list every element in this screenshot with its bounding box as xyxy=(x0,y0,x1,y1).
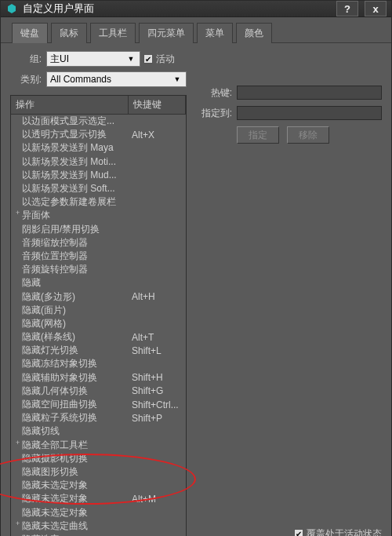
list-item-action: 隐藏几何体切换 xyxy=(14,385,129,398)
list-item[interactable]: 隐藏几何体切换Shift+G xyxy=(11,385,186,398)
assign-button[interactable]: 指定 xyxy=(237,126,279,144)
list-item[interactable]: 隐藏切线 xyxy=(11,425,186,438)
assigned-input[interactable] xyxy=(237,106,382,120)
list-item-shortcut: Alt+T xyxy=(129,332,183,343)
remove-button[interactable]: 移除 xyxy=(287,126,329,144)
category-row: 类别: All Commands ▼ xyxy=(10,71,187,87)
tab-color[interactable]: 颜色 xyxy=(236,23,272,43)
list-item-action: 隐藏辅助对象切换 xyxy=(14,371,129,385)
col-shortcut[interactable]: 快捷键 xyxy=(129,96,186,114)
list-item[interactable]: 隐藏空间扭曲切换Shift+Ctrl... xyxy=(11,398,186,411)
assign-remove-buttons: 指定 移除 xyxy=(237,126,382,144)
list-item[interactable]: 隐藏(多边形)Alt+H xyxy=(11,290,186,303)
tab-toolbar[interactable]: 工具栏 xyxy=(90,23,136,43)
list-item[interactable]: 阴影启用/禁用切换 xyxy=(11,223,186,236)
list-item[interactable]: 隐藏图形切换 xyxy=(11,465,186,479)
list-item-shortcut: Alt+H xyxy=(129,291,183,302)
expand-icon: + xyxy=(16,209,22,217)
chevron-down-icon: ▼ xyxy=(172,74,183,85)
list-item-action: 隐藏(网格) xyxy=(14,317,129,330)
list-item-action: 隐藏冻结对象切换 xyxy=(14,357,129,370)
list-item-action: 以新场景发送到 Mud... xyxy=(14,169,129,182)
list-item[interactable]: 以新场景发送到 Mud... xyxy=(11,169,186,182)
list-item[interactable]: 以新场景发送到 Moti... xyxy=(11,155,186,169)
group-value: 主UI xyxy=(50,53,69,66)
list-item[interactable]: 隐藏选定 xyxy=(11,533,186,536)
bottom-right-area: ✔ 覆盖处于活动状态 延迟覆盖: 0.25 ▲ ▼ 写入键盘表... 加载. xyxy=(193,527,382,536)
check-icon: ✔ xyxy=(294,529,303,536)
list-item[interactable]: 以新场景发送到 Maya xyxy=(11,141,186,155)
list-item[interactable]: 隐藏(网格) xyxy=(11,317,186,330)
left-column: 组: 主UI ▼ ✔ 活动 类别: All Commands ▼ xyxy=(10,51,187,536)
list-item[interactable]: 音频位置控制器 xyxy=(11,250,186,263)
group-select[interactable]: 主UI ▼ xyxy=(46,51,140,67)
list-item[interactable]: 以新场景发送到 Soft... xyxy=(11,182,186,195)
col-action[interactable]: 操作 xyxy=(11,96,129,114)
list-item[interactable]: +异面体 xyxy=(11,209,186,222)
app-icon xyxy=(5,2,18,15)
list-item[interactable]: 音频旋转控制器 xyxy=(11,263,186,276)
active-checkbox[interactable]: ✔ 活动 xyxy=(143,53,175,66)
list-item[interactable]: 隐藏(面片) xyxy=(11,304,186,317)
override-checkbox[interactable]: ✔ 覆盖处于活动状态 xyxy=(294,527,382,536)
list-item-shortcut: Alt+X xyxy=(129,129,183,140)
list-item[interactable]: +隐藏全部工具栏 xyxy=(11,439,186,452)
override-label: 覆盖处于活动状态 xyxy=(307,527,382,536)
list-item-action: +隐藏全部工具栏 xyxy=(14,439,129,452)
list-item[interactable]: 隐藏(样条线)Alt+T xyxy=(11,330,186,344)
list-item-shortcut: Alt+M xyxy=(129,494,183,505)
list-item[interactable]: +隐藏未选定曲线 xyxy=(11,520,186,533)
list-item-action: 音频旋转控制器 xyxy=(14,263,129,276)
list-item-action: 以新场景发送到 Maya xyxy=(14,141,129,155)
list-item-action: +异面体 xyxy=(14,209,129,222)
list-item-action: 隐藏未选定对象 xyxy=(14,479,129,492)
list-item-action: 以边面模式显示选定... xyxy=(14,115,129,128)
tab-keyboard[interactable]: 键盘 xyxy=(12,23,48,43)
list-item[interactable]: 隐藏冻结对象切换 xyxy=(11,357,186,370)
list-item-shortcut: Shift+P xyxy=(129,413,183,424)
window-title: 自定义用户界面 xyxy=(23,2,330,16)
content: 组: 主UI ▼ ✔ 活动 类别: All Commands ▼ xyxy=(1,43,391,536)
list-item-shortcut: Shift+L xyxy=(129,345,183,356)
category-label: 类别: xyxy=(10,73,42,86)
list-item[interactable]: 音频缩放控制器 xyxy=(11,236,186,250)
list-item-action: 以选定参数新建卷展栏 xyxy=(14,195,129,209)
category-select[interactable]: All Commands ▼ xyxy=(46,71,187,87)
list-item[interactable]: 隐藏未选定对象 xyxy=(11,479,186,492)
list-item-shortcut: Shift+H xyxy=(129,372,183,383)
expand-icon: + xyxy=(16,520,22,527)
close-button[interactable]: x xyxy=(365,1,387,16)
tab-quad-menu[interactable]: 四元菜单 xyxy=(139,23,194,43)
right-column: 热键: 指定到: 指定 移除 ✔ 覆盖处于活动状态 延迟覆盖: xyxy=(193,51,382,536)
list-item-action: 阴影启用/禁用切换 xyxy=(14,223,129,236)
hotkey-label: 热键: xyxy=(193,86,232,100)
list-item[interactable]: 隐藏未选定对象Alt+M xyxy=(11,492,186,505)
list-item-action: 音频缩放控制器 xyxy=(14,236,129,250)
list-item-action: 隐藏摄影机切换 xyxy=(14,452,129,465)
list-item[interactable]: 隐藏灯光切换Shift+L xyxy=(11,344,186,357)
group-label: 组: xyxy=(10,53,42,66)
help-button[interactable]: ? xyxy=(336,1,358,16)
tab-menu[interactable]: 菜单 xyxy=(197,23,233,43)
list-item[interactable]: 以选定参数新建卷展栏 xyxy=(11,195,186,209)
list-item[interactable]: 以透明方式显示切换Alt+X xyxy=(11,128,186,141)
list-item-action: 隐藏(面片) xyxy=(14,304,129,317)
list-item-action: 隐藏未选定对象 xyxy=(14,506,129,520)
hotkey-input[interactable] xyxy=(237,86,382,100)
action-list: 操作 快捷键 以边面模式显示选定...以透明方式显示切换Alt+X以新场景发送到… xyxy=(10,95,187,536)
group-row: 组: 主UI ▼ ✔ 活动 xyxy=(10,51,187,67)
list-item[interactable]: 隐藏 xyxy=(11,276,186,290)
list-scroll[interactable]: 以边面模式显示选定...以透明方式显示切换Alt+X以新场景发送到 Maya以新… xyxy=(11,115,186,536)
list-item[interactable]: 隐藏粒子系统切换Shift+P xyxy=(11,411,186,425)
list-item[interactable]: 隐藏摄影机切换 xyxy=(11,452,186,465)
list-item[interactable]: 隐藏未选定对象 xyxy=(11,505,186,519)
list-item[interactable]: 以边面模式显示选定... xyxy=(11,115,186,128)
tab-mouse[interactable]: 鼠标 xyxy=(51,23,87,43)
expand-icon: + xyxy=(16,439,22,447)
hotkey-row: 热键: xyxy=(193,86,382,100)
list-item[interactable]: 隐藏辅助对象切换Shift+H xyxy=(11,371,186,385)
list-item-action: 隐藏空间扭曲切换 xyxy=(14,398,129,411)
category-value: All Commands xyxy=(50,74,111,85)
list-item-action: 隐藏未选定对象 xyxy=(14,492,129,505)
list-item-action: 隐藏 xyxy=(14,276,129,290)
